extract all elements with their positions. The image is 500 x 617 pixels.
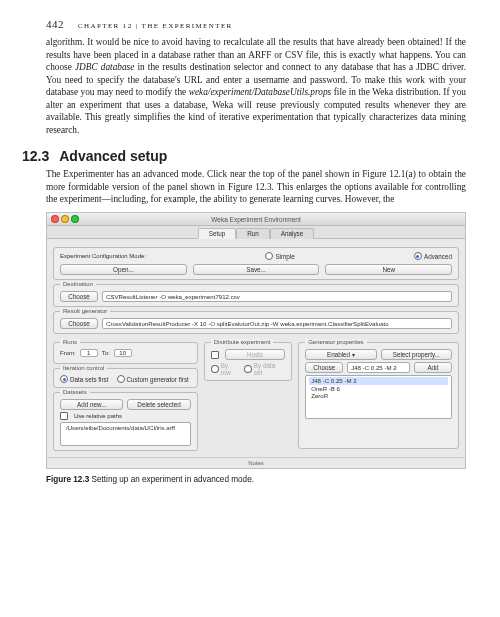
chapter-header: CHAPTER 12 | THE EXPERIMENTER [78, 22, 233, 30]
to-input[interactable]: 10 [114, 349, 132, 357]
section-title: Advanced setup [59, 148, 167, 164]
body-paragraph-2: The Experimenter has an advanced mode. C… [46, 168, 466, 206]
save-button[interactable]: Save... [193, 264, 320, 275]
zoom-icon[interactable] [71, 215, 79, 223]
radio-by-row: By row [211, 362, 240, 376]
runs-group: Runs From: 1 To: 10 [53, 342, 198, 364]
window-titlebar: Weka Experiment Environment [47, 213, 465, 226]
minimize-icon[interactable] [61, 215, 69, 223]
radio-advanced[interactable]: Advanced [414, 252, 452, 260]
tab-run[interactable]: Run [236, 228, 270, 239]
figure-caption: Figure 12.3 Setting up an experiment in … [46, 475, 466, 484]
section-number: 12.3 [22, 148, 49, 164]
open-button[interactable]: Open... [60, 264, 187, 275]
distribute-experiment-group: Distribute experiment Hosts By row By da… [204, 342, 292, 381]
iteration-control-group: Iteration control Data sets first Custom… [53, 368, 198, 388]
notes-button[interactable]: Notes [47, 457, 465, 466]
genprops-selected-field[interactable]: J48 -C 0.25 -M 2 [347, 362, 410, 373]
generator-item-0[interactable]: J48 -C 0.25 -M 2 [309, 377, 448, 385]
generator-item-2[interactable]: ZeroR [309, 392, 448, 400]
chevron-down-icon: ▾ [352, 351, 355, 358]
select-property-button[interactable]: Select property... [381, 349, 452, 360]
from-label: From: [60, 350, 76, 356]
body-paragraph-1: algorithm. It would be nice to avoid hav… [46, 36, 466, 136]
iteration-title: Iteration control [60, 365, 107, 371]
destination-title: Destination [60, 281, 96, 287]
genprops-title: Generator properties [305, 339, 366, 345]
datasets-group: Datasets Add new... Delete selected Use … [53, 392, 198, 451]
tab-bar: Setup Run Analyse [47, 226, 465, 239]
relative-paths-checkbox[interactable] [60, 412, 68, 420]
destination-choose-button[interactable]: Choose [60, 291, 98, 302]
resultgen-choose-button[interactable]: Choose [60, 318, 98, 329]
destination-field[interactable]: CSVResultListener -O weka_experiment7912… [102, 291, 452, 302]
delete-selected-button[interactable]: Delete selected [127, 399, 190, 410]
destination-group: Destination Choose CSVResultListener -O … [53, 284, 459, 307]
dataset-item[interactable]: /Users/eibe/Documents/data/UCI/iris.arff [64, 424, 187, 432]
config-mode-group: Experiment Configuration Mode: Simple Ad… [53, 247, 459, 280]
new-button[interactable]: New [325, 264, 452, 275]
result-generator-title: Result generator [60, 308, 110, 314]
figure-caption-number: Figure 12.3 [46, 475, 89, 484]
radio-custom-generator-first[interactable]: Custom generator first [117, 375, 189, 383]
tab-setup[interactable]: Setup [198, 228, 236, 239]
figure-caption-text: Setting up an experiment in advanced mod… [92, 475, 255, 484]
config-mode-label: Experiment Configuration Mode: [60, 253, 146, 259]
distribute-title: Distribute experiment [211, 339, 274, 345]
genprops-choose-button[interactable]: Choose [305, 362, 343, 373]
add-dataset-button[interactable]: Add new... [60, 399, 123, 410]
hosts-button: Hosts [225, 349, 285, 360]
generator-properties-group: Generator properties Enabled ▾ Select pr… [298, 342, 459, 449]
genprops-add-button[interactable]: Add [414, 362, 452, 373]
radio-simple[interactable]: Simple [265, 252, 294, 260]
datasets-title: Datasets [60, 389, 90, 395]
tab-analyse[interactable]: Analyse [270, 228, 314, 239]
window-title: Weka Experiment Environment [47, 216, 465, 223]
from-input[interactable]: 1 [80, 349, 98, 357]
result-generator-group: Result generator Choose CrossValidationR… [53, 311, 459, 334]
enabled-dropdown[interactable]: Enabled ▾ [305, 349, 376, 360]
radio-by-dataset: By data set [244, 362, 285, 376]
runs-title: Runs [60, 339, 80, 345]
relative-paths-label: Use relative paths [74, 413, 122, 419]
figure-screenshot: Weka Experiment Environment Setup Run An… [46, 212, 466, 469]
page-number: 442 [46, 18, 64, 30]
resultgen-field[interactable]: CrossValidationResultProducer -X 10 -O s… [102, 318, 452, 329]
close-icon[interactable] [51, 215, 59, 223]
radio-datasets-first[interactable]: Data sets first [60, 375, 109, 383]
generator-item-1[interactable]: OneR -B 6 [309, 385, 448, 393]
distribute-checkbox[interactable] [211, 351, 219, 359]
to-label: To: [102, 350, 110, 356]
